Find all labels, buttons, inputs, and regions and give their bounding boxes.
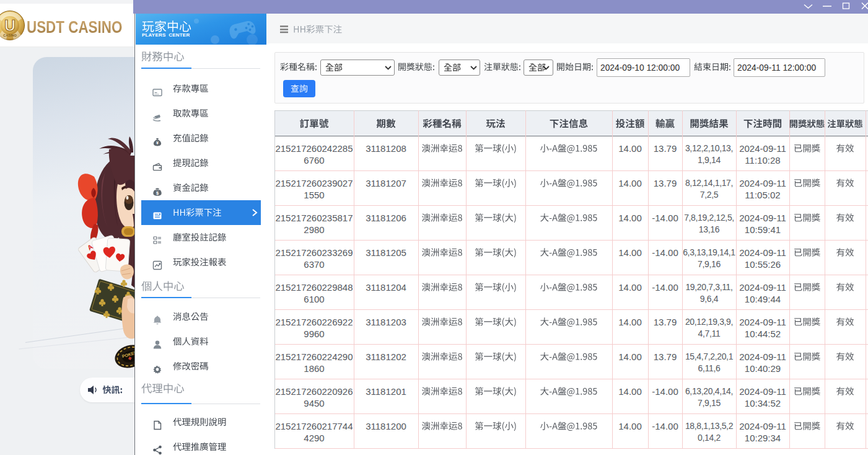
svg-text:U: U [4,17,15,34]
svg-text:¥: ¥ [156,141,159,145]
svg-text:CASINO: CASINO [3,33,17,37]
